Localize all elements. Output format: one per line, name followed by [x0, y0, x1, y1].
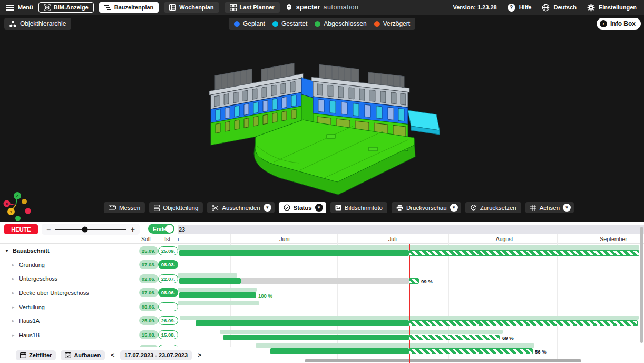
- gantt-bar-plan[interactable]: [220, 330, 503, 334]
- soll-date-pill[interactable]: 08.06.: [139, 302, 158, 311]
- ist-date-pill[interactable]: [158, 302, 178, 311]
- gear-icon: [587, 4, 595, 12]
- tool-label: Status: [294, 205, 312, 211]
- svg-text:Y: Y: [9, 209, 13, 214]
- gantt-bar-plan[interactable]: [178, 273, 237, 278]
- gantt-bar-plan[interactable]: [178, 288, 257, 292]
- soll-date-pill[interactable]: 25.09.: [139, 316, 158, 325]
- druckvorschau-button[interactable]: Druckvorschau ▼: [392, 202, 461, 213]
- bildschirmfoto-button[interactable]: Bildschirmfoto: [330, 202, 387, 213]
- row-label: ▸Decke über Untergeschoss: [0, 286, 89, 300]
- gantt-row[interactable]: ▸Haus1B15.08.15.08.69 %: [0, 328, 644, 342]
- prev-week-button[interactable]: <: [110, 351, 115, 359]
- gizmo-z-neg[interactable]: [15, 216, 21, 221]
- vertical-scrollbar[interactable]: [640, 227, 643, 343]
- abgeschlossen-dot: [315, 21, 320, 27]
- zoom-in-button[interactable]: +: [131, 226, 135, 233]
- ist-date-pill[interactable]: 15.08.: [158, 330, 178, 339]
- objektteilung-button[interactable]: Objektteilung: [149, 202, 203, 213]
- zoom-out-button[interactable]: −: [46, 226, 51, 233]
- bim-model-3d[interactable]: [195, 57, 458, 200]
- zeitfilter-button[interactable]: Zeitfilter: [16, 350, 56, 360]
- ist-date-pill[interactable]: 08.03.: [158, 260, 178, 269]
- legend-item-gestartet: Gestartet: [272, 20, 307, 27]
- timeline-controls: Zeitfilter Aufbauen < 17.07.2023 - 23.07…: [0, 347, 245, 363]
- soll-date-pill[interactable]: 07.03.: [139, 260, 158, 269]
- gizmo-x-neg[interactable]: [25, 208, 31, 214]
- gantt-bars-icon: [104, 5, 111, 11]
- horizontal-scrollbar[interactable]: [305, 359, 581, 362]
- gantt-bar-plan[interactable]: [256, 343, 534, 348]
- ist-date-pill[interactable]: 26.09.: [158, 316, 178, 325]
- row-label: ▾Bauabschnitt: [0, 244, 50, 258]
- expand-arrow-icon[interactable]: ▸: [11, 304, 16, 310]
- gantt-bar-actual[interactable]: [196, 320, 409, 326]
- gantt-row[interactable]: ▸Verfüllung08.06.: [0, 300, 644, 314]
- tab-wochenplan[interactable]: Wochenplan: [164, 2, 219, 13]
- expand-arrow-icon[interactable]: ▸: [11, 332, 16, 338]
- legend-label: Gestartet: [281, 20, 307, 27]
- menu-button[interactable]: Menü: [6, 4, 33, 11]
- soll-date-pill[interactable]: 15.08.: [139, 330, 158, 339]
- orientation-gizmo[interactable]: Z X Y: [2, 189, 36, 222]
- messen-button[interactable]: Messen: [104, 202, 145, 213]
- expand-arrow-icon[interactable]: ▸: [11, 290, 16, 295]
- zuruecksetzen-button[interactable]: Zurücksetzen: [465, 202, 521, 213]
- month-label: i: [178, 236, 179, 242]
- object-hierarchy-button[interactable]: Objekthierarchie: [4, 18, 71, 30]
- gizmo-y-neg[interactable]: [22, 199, 27, 204]
- soll-date-pill[interactable]: 02.06.: [139, 274, 158, 283]
- ist-date-pill[interactable]: 25.09.: [158, 246, 178, 255]
- date-range-button[interactable]: 17.07.2023 - 23.07.2023: [120, 350, 192, 360]
- gantt-bar-actual[interactable]: [179, 250, 409, 256]
- help-button[interactable]: ? Hilfe: [508, 4, 532, 12]
- gantt-bar-plan[interactable]: [178, 245, 639, 250]
- chevron-down-icon[interactable]: ▼: [450, 204, 458, 212]
- gantt-bar-actual[interactable]: [223, 335, 409, 340]
- bim-viewport[interactable]: Objekthierarchie Geplant Gestartet Abges…: [0, 15, 644, 222]
- gantt-row[interactable]: ▾Bauabschnitt25.09.25.09.: [0, 244, 644, 258]
- hierarchy-tree-icon: [9, 21, 16, 27]
- menu-label: Menü: [18, 4, 33, 11]
- ist-date-pill[interactable]: 22.07.: [158, 274, 178, 283]
- soll-date-pill[interactable]: 25.09.: [139, 246, 158, 255]
- gantt-bar-actual[interactable]: [270, 348, 409, 354]
- chevron-down-icon[interactable]: ▼: [563, 204, 571, 212]
- next-week-button[interactable]: >: [197, 351, 202, 359]
- gantt-row[interactable]: ▸Decke über Untergeschoss07.06.08.06.100…: [0, 286, 644, 300]
- settings-button[interactable]: Einstellungen: [587, 4, 637, 12]
- gantt-bar-plan[interactable]: [178, 301, 259, 305]
- achsen-button[interactable]: Achsen ▼: [525, 202, 574, 213]
- gantt-bar-actual[interactable]: [179, 292, 256, 298]
- info-box-button[interactable]: i Info Box: [597, 18, 641, 30]
- expand-arrow-icon[interactable]: ▸: [11, 276, 16, 281]
- slider-knob[interactable]: [82, 226, 88, 232]
- status-button[interactable]: Status ▼: [279, 202, 326, 213]
- chevron-down-icon[interactable]: ▼: [315, 204, 323, 212]
- chevron-down-icon[interactable]: ▼: [264, 204, 271, 212]
- gantt-bar-actual[interactable]: [179, 278, 241, 284]
- gantt-row[interactable]: ▸Haus1A25.09.26.09.: [0, 314, 644, 328]
- expand-arrow-icon[interactable]: ▸: [11, 262, 16, 268]
- today-button[interactable]: HEUTE: [4, 224, 38, 234]
- gantt-row[interactable]: ▸Gründung07.03.08.03.: [0, 258, 644, 272]
- collapse-arrow-icon[interactable]: ▾: [4, 248, 9, 253]
- ausschneiden-button[interactable]: Ausschneiden ▼: [207, 202, 274, 213]
- gantt-row[interactable]: ▸Untergeschoss02.06.22.07.99 %: [0, 272, 644, 286]
- gantt-panel: HEUTE − + Ende Soll Ist 23 iJuniJuliAugu…: [0, 222, 644, 363]
- progress-label: 100 %: [258, 293, 272, 299]
- slider-track[interactable]: [55, 229, 126, 230]
- soll-date-pill[interactable]: 07.06.: [139, 288, 158, 297]
- expand-arrow-icon[interactable]: ▸: [11, 318, 16, 323]
- question-icon: ?: [508, 4, 515, 12]
- tab-last-planner[interactable]: Last Planner: [225, 2, 280, 13]
- ende-toggle[interactable]: Ende: [148, 224, 174, 234]
- month-label: Juli: [388, 236, 397, 242]
- aufbauen-button[interactable]: Aufbauen: [61, 350, 105, 360]
- ist-date-pill[interactable]: 08.06.: [158, 288, 178, 297]
- month-axis: iJuniJuliAugustSeptember: [0, 234, 644, 244]
- tab-bim-anzeige[interactable]: BIM-Anzeige: [38, 2, 94, 13]
- language-button[interactable]: Deutsch: [542, 4, 576, 12]
- month-label: August: [496, 236, 513, 242]
- tab-bauzeitenplan[interactable]: Bauzeitenplan: [99, 2, 159, 13]
